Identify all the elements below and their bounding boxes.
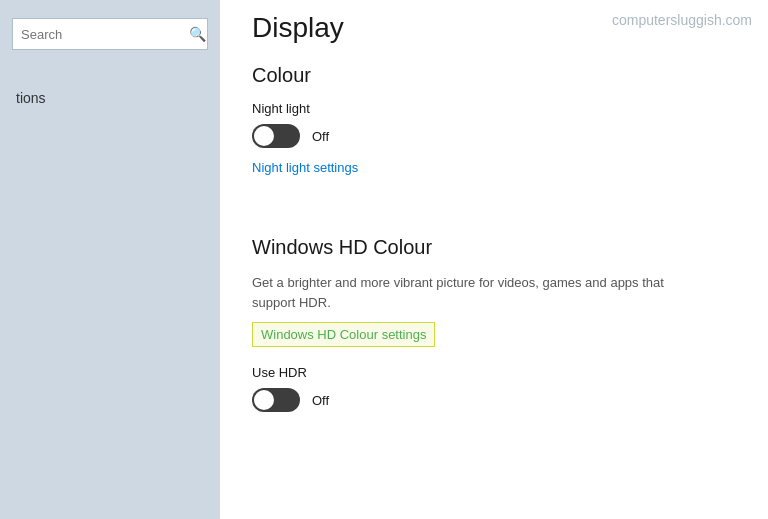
use-hdr-label: Use HDR	[252, 365, 736, 380]
use-hdr-state: Off	[312, 393, 329, 408]
search-icon: 🔍	[189, 26, 206, 42]
use-hdr-toggle-knob	[254, 390, 274, 410]
toggle-knob	[254, 126, 274, 146]
use-hdr-toggle-row: Off	[252, 388, 736, 412]
sidebar-item-tions[interactable]: tions	[0, 82, 220, 114]
colour-heading: Colour	[252, 64, 736, 87]
night-light-toggle-row: Off	[252, 124, 736, 148]
hd-colour-description: Get a brighter and more vibrant picture …	[252, 273, 692, 312]
hd-colour-settings-link[interactable]: Windows HD Colour settings	[252, 322, 435, 347]
night-light-state: Off	[312, 129, 329, 144]
hd-colour-section: Windows HD Colour Get a brighter and mor…	[252, 236, 736, 412]
night-light-settings-link[interactable]: Night light settings	[252, 160, 358, 175]
hd-colour-heading: Windows HD Colour	[252, 236, 736, 259]
colour-section: Colour Night light Off Night light setti…	[252, 64, 736, 199]
sidebar: 🔍 tions	[0, 0, 220, 519]
search-input[interactable]	[21, 27, 189, 42]
night-light-toggle[interactable]	[252, 124, 300, 148]
main-content: computersluggish.com Display Colour Nigh…	[220, 0, 768, 519]
night-light-label: Night light	[252, 101, 736, 116]
use-hdr-toggle[interactable]	[252, 388, 300, 412]
page-title: Display	[252, 12, 736, 44]
divider	[252, 219, 736, 220]
search-box[interactable]: 🔍	[12, 18, 208, 50]
